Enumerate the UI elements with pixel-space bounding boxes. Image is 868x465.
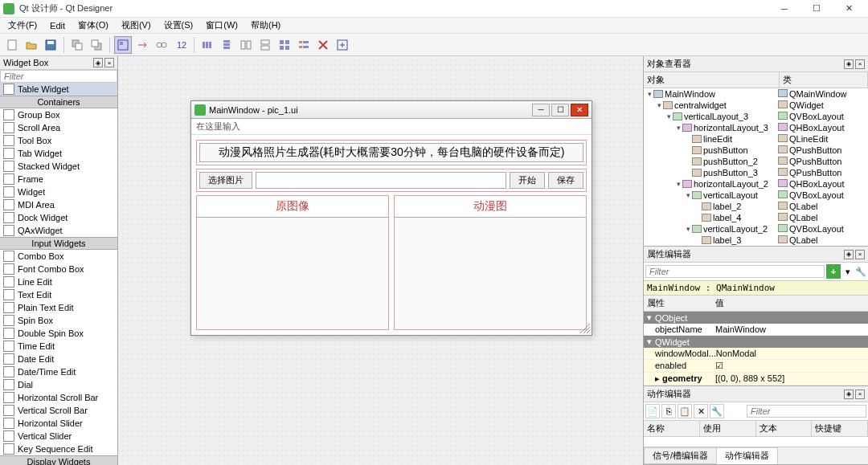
- layout-grid-button[interactable]: [276, 36, 293, 54]
- widget-item[interactable]: Horizontal Scroll Bar: [0, 391, 117, 404]
- tree-row[interactable]: ▾verticalLayout_2QVBoxLayout: [644, 223, 868, 235]
- select-image-button[interactable]: 选择图片: [199, 172, 252, 189]
- menu-settings[interactable]: 设置(S): [158, 18, 200, 33]
- tree-row[interactable]: ▾horizontalLayout_2QHBoxLayout: [644, 178, 868, 190]
- widget-category[interactable]: Containers: [0, 96, 117, 108]
- widget-category[interactable]: Input Widgets: [0, 237, 117, 250]
- widget-item[interactable]: Scroll Area: [0, 121, 117, 134]
- dock-float-button[interactable]: ◈: [844, 390, 854, 399]
- property-filter[interactable]: [645, 265, 825, 278]
- widget-item[interactable]: Widget: [0, 186, 117, 198]
- layout-horizontal-button[interactable]: [199, 36, 216, 54]
- widget-item[interactable]: QAxWidget: [0, 224, 117, 237]
- tree-row[interactable]: ▾MainWindowQMainWindow: [644, 88, 868, 100]
- break-layout-button[interactable]: [314, 36, 332, 54]
- widget-category[interactable]: Display Widgets: [0, 455, 117, 465]
- save-button-design[interactable]: 保存: [548, 172, 583, 189]
- widget-item[interactable]: Frame: [0, 173, 117, 186]
- new-action-button[interactable]: 📄: [645, 404, 660, 418]
- layout-vsplit-button[interactable]: [256, 36, 274, 54]
- tree-row[interactable]: pushButton_3QPushButton: [644, 167, 868, 178]
- widget-item[interactable]: Line Edit: [0, 275, 117, 288]
- menu-file[interactable]: 文件(F): [2, 18, 43, 33]
- expand-icon[interactable]: ▾: [645, 90, 653, 98]
- menu-edit[interactable]: Edit: [43, 19, 72, 32]
- tab-action-editor[interactable]: 动作编辑器: [716, 447, 778, 464]
- design-canvas[interactable]: MainWindow - pic_1.ui ─ ☐ ✕ 在这里输入 动漫风格照片…: [118, 56, 643, 465]
- copy-action-button[interactable]: ⎘: [661, 404, 676, 418]
- edit-tab-order-button[interactable]: 12: [172, 36, 190, 54]
- layout-form-button[interactable]: [295, 36, 313, 54]
- widget-item[interactable]: Vertical Slider: [0, 430, 117, 443]
- widget-item[interactable]: Spin Box: [0, 314, 117, 327]
- widget-item[interactable]: Text Edit: [0, 288, 117, 301]
- dock-close-button[interactable]: ×: [855, 250, 865, 259]
- tree-row[interactable]: ▾verticalLayout_3QVBoxLayout: [644, 111, 868, 122]
- widget-item[interactable]: Stacked Widget: [0, 160, 117, 173]
- paste-action-button[interactable]: 📋: [678, 404, 692, 418]
- dock-close-button[interactable]: ×: [855, 390, 865, 399]
- layout-hsplit-button[interactable]: [237, 36, 255, 54]
- widget-item[interactable]: Dock Widget: [0, 211, 117, 224]
- adjust-size-button[interactable]: [334, 36, 351, 54]
- dock-float-button[interactable]: ◈: [844, 250, 854, 259]
- property-tree[interactable]: ▾QObject objectNameMainWindow ▾QWidget w…: [644, 312, 868, 385]
- property-category[interactable]: ▾QWidget: [644, 336, 868, 348]
- dock-float-button[interactable]: ◈: [844, 59, 854, 69]
- object-tree[interactable]: ▾MainWindowQMainWindow▾centralwidgetQWid…: [644, 88, 868, 246]
- dock-close-button[interactable]: ×: [104, 58, 114, 67]
- design-maximize-button[interactable]: ☐: [551, 104, 569, 116]
- expand-icon[interactable]: ▾: [665, 112, 673, 120]
- widget-box-list[interactable]: Table Widget Containers Group BoxScroll …: [0, 83, 117, 465]
- start-button[interactable]: 开始: [510, 172, 545, 189]
- dock-float-button[interactable]: ◈: [93, 58, 103, 67]
- expand-icon[interactable]: ▾: [674, 124, 682, 132]
- tree-row[interactable]: lineEditQLineEdit: [644, 133, 868, 145]
- tree-row[interactable]: ▾horizontalLayout_3QHBoxLayout: [644, 122, 868, 133]
- close-button[interactable]: ✕: [833, 1, 865, 17]
- widget-item[interactable]: Font Combo Box: [0, 263, 117, 275]
- expand-icon[interactable]: ▾: [655, 101, 663, 109]
- bring-front-button[interactable]: [88, 36, 105, 54]
- open-button[interactable]: [23, 36, 40, 54]
- action-filter[interactable]: [747, 405, 866, 418]
- menu-help[interactable]: 帮助(H): [244, 18, 287, 33]
- widget-item[interactable]: Tool Box: [0, 134, 117, 147]
- delete-action-button[interactable]: ✕: [694, 404, 708, 418]
- widget-item[interactable]: Double Spin Box: [0, 327, 117, 340]
- tree-row[interactable]: pushButton_2QPushButton: [644, 156, 868, 167]
- edit-buddies-button[interactable]: [153, 36, 170, 54]
- expand-icon[interactable]: ▾: [684, 225, 692, 233]
- tree-row[interactable]: label_4QLabel: [644, 212, 868, 223]
- action-list[interactable]: [644, 437, 868, 447]
- widget-item[interactable]: Group Box: [0, 108, 117, 121]
- menu-window[interactable]: 窗口(W): [199, 18, 244, 33]
- edit-signals-button[interactable]: [133, 36, 151, 54]
- design-close-button[interactable]: ✕: [571, 104, 588, 116]
- property-tool-button[interactable]: 🔧: [855, 267, 866, 277]
- tree-row[interactable]: pushButtonQPushButton: [644, 145, 868, 156]
- widget-item[interactable]: Horizontal Slider: [0, 417, 117, 430]
- property-category[interactable]: ▾QObject: [644, 312, 868, 324]
- widget-item[interactable]: Plain Text Edit: [0, 301, 117, 314]
- widget-item[interactable]: Date Edit: [0, 353, 117, 365]
- configure-action-button[interactable]: 🔧: [710, 404, 724, 418]
- menu-placeholder[interactable]: 在这里输入: [191, 119, 592, 135]
- design-window[interactable]: MainWindow - pic_1.ui ─ ☐ ✕ 在这里输入 动漫风格照片…: [190, 100, 592, 336]
- design-minimize-button[interactable]: ─: [532, 104, 550, 116]
- widget-item[interactable]: Key Sequence Edit: [0, 443, 117, 455]
- tab-signal-slot[interactable]: 信号/槽编辑器: [644, 447, 717, 464]
- widget-item[interactable]: Dial: [0, 378, 117, 391]
- dock-close-button[interactable]: ×: [855, 59, 865, 69]
- resize-grip-icon[interactable]: [580, 324, 590, 333]
- save-button[interactable]: [42, 36, 59, 54]
- expand-icon[interactable]: ▾: [684, 191, 692, 199]
- maximize-button[interactable]: ☐: [800, 1, 833, 17]
- tree-row[interactable]: ▾centralwidgetQWidget: [644, 100, 868, 111]
- menu-form[interactable]: 窗体(O): [72, 18, 115, 33]
- new-form-button[interactable]: [3, 36, 21, 54]
- widget-item[interactable]: Tab Widget: [0, 147, 117, 160]
- send-back-button[interactable]: [68, 36, 86, 54]
- menu-view[interactable]: 视图(V): [115, 18, 158, 33]
- widget-item[interactable]: Table Widget: [0, 83, 117, 96]
